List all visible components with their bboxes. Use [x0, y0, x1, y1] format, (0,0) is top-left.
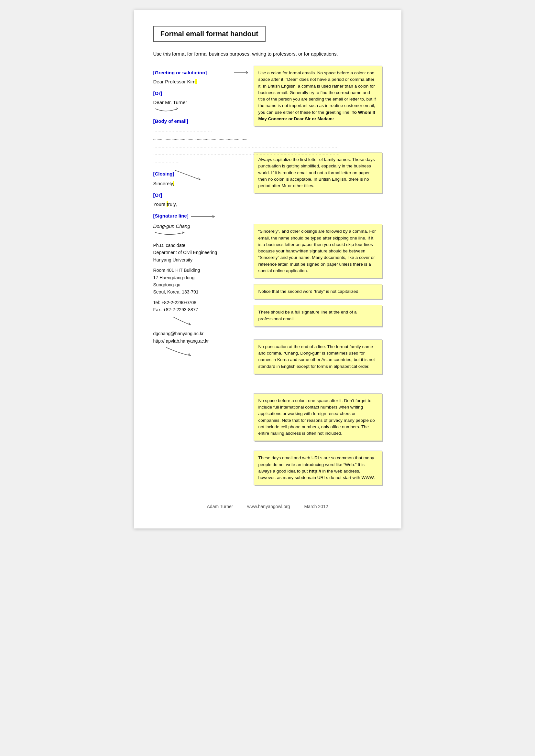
closing-arrow-icon: [174, 170, 204, 186]
note2-text: Always capitalize the first letter of fa…: [259, 157, 375, 188]
dots-3: ………………………………………..………..…………………………………………………: [153, 143, 247, 149]
signature-name: Dong-gun Chang: [153, 222, 247, 237]
yours-truly: Yours truly,: [153, 201, 247, 208]
dots-5: ……………….: [153, 159, 247, 166]
signature-block: Ph.D. candidate Department of Civil Engi…: [153, 242, 247, 359]
url-arrow-icon: [153, 346, 192, 359]
greeting-section: [Greeting or salutation]: [153, 69, 247, 77]
note1-text: Use a colon for formal emails. No space …: [259, 70, 376, 115]
signature-section: [Signature line]: [153, 212, 247, 221]
body-label: [Body of email]: [153, 117, 247, 125]
note4-text: Notice that the second word “truly” is n…: [259, 289, 360, 294]
notes-right-column: Use a colon for formal emails. No space …: [247, 66, 382, 491]
page: Formal email format handout Use this for…: [134, 10, 401, 528]
intro-text: Use this format for formal business purp…: [153, 51, 382, 57]
footer-website: www.hanyangowl.org: [247, 504, 290, 509]
greeting-arrow-icon: [234, 69, 250, 76]
footer-author: Adam Turner: [207, 504, 233, 509]
or1-label: [Or]: [153, 90, 247, 97]
note4-box: Notice that the second word “truly” is n…: [254, 284, 382, 299]
greeting-label: [Greeting or salutation]: [153, 70, 207, 75]
t-highlight: t: [167, 202, 168, 207]
note6-text: No punctuation at the end of a line. The…: [259, 344, 375, 369]
dots-4: ……………………………………………………………………………………………………………: [153, 150, 247, 157]
greeting-example1: Dear Professor Kim:: [153, 78, 247, 86]
note8-box: These days email and web URLs are so com…: [254, 450, 382, 485]
note5-text: There should be a full signature line at…: [259, 310, 357, 321]
or2-label: [Or]: [153, 191, 247, 199]
dots-2: ........................................…: [153, 136, 247, 142]
note3-box: “Sincerely”, and other closings are foll…: [254, 224, 382, 278]
email-left-column: [Greeting or salutation] Dear Professor …: [153, 66, 247, 359]
note7-box: No space before a colon: one space after…: [254, 393, 382, 441]
note8-bold: http://: [309, 469, 321, 473]
closing-section: [Closing]: [153, 170, 247, 178]
note6-box: No punctuation at the end of a line. The…: [254, 339, 382, 374]
signature-arrow-icon: [191, 215, 217, 219]
sig-curve-icon: [153, 231, 186, 237]
footer: Adam Turner www.hanyangowl.org March 201…: [153, 504, 382, 509]
title-box: Formal email format handout: [153, 26, 266, 42]
colon-highlight: :: [195, 79, 197, 84]
note5-box: There should be a full signature line at…: [254, 305, 382, 326]
note2-box: Always capitalize the first letter of fa…: [254, 152, 382, 193]
arrow2-icon: [153, 107, 179, 113]
page-title: Formal email format handout: [160, 30, 259, 38]
note7-text: No space before a colon: one space after…: [259, 398, 375, 436]
svg-line-1: [174, 170, 200, 180]
note1-box: Use a colon for formal emails. No space …: [254, 66, 382, 126]
signature-label: [Signature line]: [153, 212, 188, 220]
note3-text: “Sincerely”, and other closings are foll…: [259, 229, 376, 273]
footer-date: March 2012: [304, 504, 328, 509]
greeting-example2: Dear Mr. Turner: [153, 98, 247, 113]
contact-arrow-icon: [153, 315, 192, 328]
dots-1: ……………………………………: [153, 128, 247, 134]
